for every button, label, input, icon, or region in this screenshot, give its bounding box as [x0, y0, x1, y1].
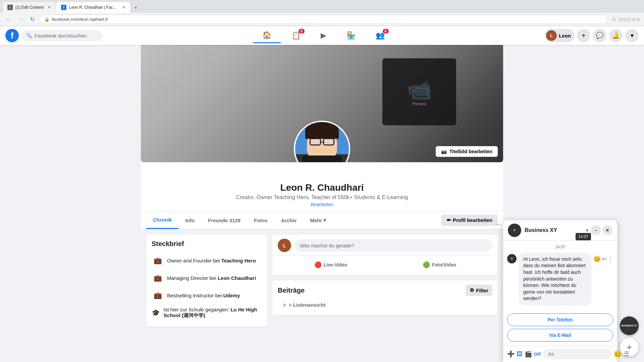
steckbrief-text-1: Owner and Founder bei Teaching Hero [167, 258, 256, 263]
camera-preview: 📹 Preview [382, 58, 456, 125]
steckbrief-item-1: 💼 Owner and Founder bei Teaching Hero [152, 252, 262, 269]
fb-search-bar[interactable]: 🔍 Facebook durchsuchen [21, 30, 102, 41]
quick-replies: Per Telefon Via E-Mail [503, 313, 617, 338]
tab1-close[interactable]: ✕ [48, 5, 51, 10]
back-btn[interactable]: ← [4, 15, 13, 24]
cover-photo: 📹 Preview 📷 Titelbild bearbeiten [141, 45, 503, 162]
listenansicht-label: ≡ Listenansicht [289, 302, 326, 308]
profile-avatar-wrapper: 📷 [294, 121, 350, 162]
foto-video-label: Foto/Video [432, 262, 456, 267]
user-avatar: L [546, 30, 557, 41]
composer-avatar: L [278, 239, 291, 252]
work-icon-1: 💼 [152, 254, 164, 266]
more-options-icon[interactable]: ⋮ [608, 256, 613, 262]
listenansicht-btn[interactable]: ≡ ≡ Listenansicht [278, 299, 492, 311]
account-menu-btn[interactable]: ▾ [625, 29, 639, 42]
browser-chrome: E (1) Edit Content ✕ f Leon R. Chaudhari… [0, 0, 644, 26]
tab2-label: Leon R. Chaudhari | Facebook [69, 5, 118, 10]
bot-message-bubble: Hi Leon, ich freue mich sehr, dass du me… [519, 253, 591, 305]
filter-label: Filter [476, 288, 488, 293]
tab-archiv[interactable]: Archiv [274, 212, 304, 229]
nav-groups-btn[interactable]: 👥 6 [366, 28, 394, 43]
edit-profile-btn[interactable]: ✏ Profil bearbeiten [441, 215, 498, 226]
notifications-btn[interactable]: 🔔 [609, 29, 623, 42]
browser-nav-bar: ← → ↻ 🔒 facebook.com/leon.raphael.9 ☆ ⬡ … [0, 13, 644, 26]
beitraege-section: Beiträge ⚙ Filter ≡ ≡ Listenansicht [272, 281, 498, 315]
post-composer: L Was machst du gerade? 🔴 Live-Video 🟢 F… [272, 235, 498, 275]
live-video-btn[interactable]: 🔴 Live-Video [278, 258, 384, 271]
composer-divider [278, 255, 492, 256]
fb-header-right: L Leon + 💬 🔔 ▾ [545, 29, 639, 42]
url-text[interactable]: facebook.com/leon.raphael.9 [52, 17, 108, 22]
quick-reply-email[interactable]: Via E-Mail [507, 329, 613, 338]
tab-mehr[interactable]: Mehr ▾ [303, 212, 333, 229]
reply-icon[interactable]: ↩ [602, 256, 606, 262]
messenger-btn[interactable]: 💬 [593, 29, 606, 42]
filter-btn[interactable]: ⚙ Filter [466, 285, 492, 296]
fb-user-btn[interactable]: L Leon [545, 29, 574, 42]
emoji-react-icon[interactable]: 😊 [593, 255, 601, 263]
user-name: Leon [559, 33, 571, 39]
steckbrief-text-4: Ist hier zur Schule gegangen: Lu He High… [164, 307, 262, 319]
edit-cover-btn[interactable]: 📷 Titelbild bearbeiten [436, 146, 498, 157]
plus-btn[interactable]: + [577, 29, 590, 42]
search-icon: 🔍 [26, 33, 32, 38]
school-icon: 🎓 [152, 307, 160, 319]
tab2-close[interactable]: ✕ [122, 5, 125, 10]
messenger-popup: B Business XY ▾ 14:07 − ✕ 14:07 B Hi Leo… [503, 220, 617, 338]
tab-freunde[interactable]: Freunde 3129 [201, 212, 247, 229]
foto-video-btn[interactable]: 🟢 Foto/Video [386, 258, 492, 271]
tab-fotos[interactable]: Fotos [247, 212, 274, 229]
bot-name: Business XY [525, 227, 586, 233]
composer-top: L Was machst du gerade? [278, 239, 492, 252]
composer-input[interactable]: Was machst du gerade? [294, 239, 492, 252]
bot-avatar: B [508, 224, 521, 237]
tab1-label: (1) Edit Content [15, 5, 44, 10]
float-business-btn[interactable]: BUSINESS XY [620, 316, 639, 335]
right-column: L Was machst du gerade? 🔴 Live-Video 🟢 F… [272, 235, 498, 332]
live-video-icon: 🔴 [314, 261, 322, 268]
composer-actions: 🔴 Live-Video 🟢 Foto/Video [278, 258, 492, 271]
feed-badge: 9 [299, 29, 305, 34]
profile-edit-bio-link[interactable]: Bearbeiten [311, 202, 333, 207]
nav-video-btn[interactable]: ▶ [311, 28, 336, 43]
steckbrief-card: Steckbrief 💼 Owner and Founder bei Teach… [146, 235, 267, 327]
profile-info-section: Leon R. Chaudhari Creator, Owner Teachin… [141, 162, 503, 229]
filter-icon: ⚙ [470, 287, 474, 293]
profile-avatar [294, 121, 350, 162]
groups-badge: 6 [383, 29, 389, 34]
browser-tab-2[interactable]: f Leon R. Chaudhari | Facebook ✕ [56, 2, 130, 13]
refresh-btn[interactable]: ↻ [28, 15, 37, 24]
forward-btn[interactable]: → [16, 15, 25, 24]
work-icon-3: 💼 [152, 289, 164, 301]
float-business-label: BUSINESS XY [621, 324, 637, 327]
nav-feed-btn[interactable]: 📋 9 [282, 28, 310, 43]
beitraege-header-row: Beiträge ⚙ Filter [278, 285, 492, 296]
steckbrief-item-3: 💼 Bestselling Instructor bei Udemy [152, 287, 262, 304]
fb-logo[interactable]: f [5, 29, 19, 42]
address-bar[interactable]: 🔒 facebook.com/leon.raphael.9 [39, 15, 607, 24]
browser-tab-1[interactable]: E (1) Edit Content ✕ [3, 2, 56, 13]
quick-reply-telefon[interactable]: Per Telefon [507, 313, 613, 326]
bot-msg-avatar: B [507, 254, 517, 263]
minimize-messenger-btn[interactable]: − [591, 225, 601, 235]
mehr-chevron-icon: ▾ [323, 217, 326, 223]
nav-home-btn[interactable]: 🏠 [253, 28, 281, 43]
tab-chronik[interactable]: Chronik [146, 212, 179, 229]
profile-actions: ✏ Profil bearbeiten [441, 215, 498, 226]
left-column: Steckbrief 💼 Owner and Founder bei Teach… [146, 235, 267, 332]
new-tab-btn[interactable]: + [131, 3, 141, 13]
star-icon[interactable]: ☆ [610, 15, 618, 24]
messenger-header-btns: − ✕ [591, 225, 612, 235]
tab-info[interactable]: Info [179, 212, 202, 229]
extension-icons: ⬡ ⬡ ⬡ ⬡ ⬡ [619, 17, 640, 22]
bot-message-row: B Hi Leon, ich freue mich sehr, dass du … [507, 253, 613, 305]
fb-header: f 🔍 Facebook durchsuchen 🏠 📋 9 ▶ 🏪 👥 6 L… [0, 26, 644, 45]
close-messenger-btn[interactable]: ✕ [602, 225, 612, 235]
live-video-label: Live-Video [324, 262, 347, 267]
bot-message-text: Hi Leon, ich freue mich sehr, dass du me… [523, 256, 586, 301]
beitraege-title: Beiträge [278, 287, 305, 294]
messenger-body: 14:07 B Hi Leon, ich freue mich sehr, da… [503, 241, 617, 313]
nav-marketplace-btn[interactable]: 🏪 [337, 28, 365, 43]
tab2-favicon: f [61, 5, 66, 10]
